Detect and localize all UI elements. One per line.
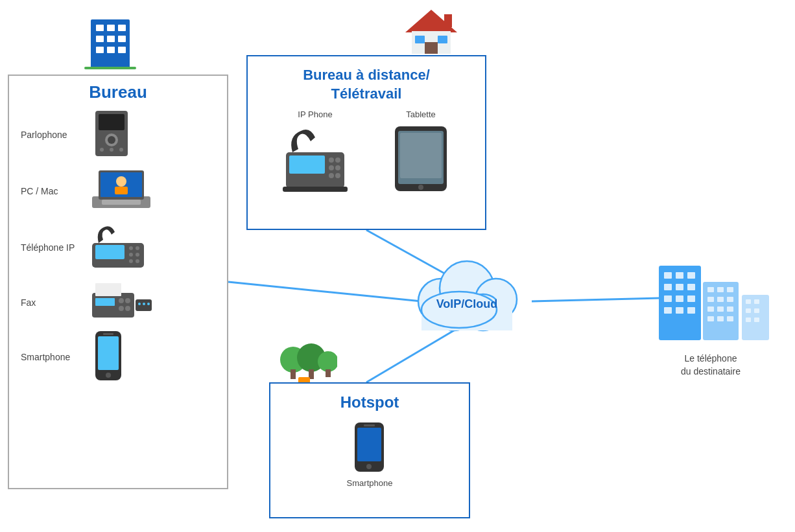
- svg-rect-121: [754, 318, 759, 322]
- svg-rect-18: [444, 14, 452, 27]
- parlophone-icon: [89, 108, 134, 162]
- hotspot-item-smartphone: Smartphone: [347, 421, 393, 488]
- remote-office-box: Bureau à distance/Télétravail IP Phone: [246, 55, 486, 230]
- svg-rect-112: [707, 316, 714, 321]
- svg-point-46: [136, 253, 139, 257]
- svg-rect-106: [707, 297, 714, 302]
- svg-point-44: [136, 246, 139, 250]
- svg-text:VoIP/Cloud: VoIP/Cloud: [436, 297, 498, 310]
- remote-item-tablette: Tablette: [392, 110, 450, 194]
- telephone-ip-label: Téléphone IP: [21, 242, 82, 253]
- recipient-area: Le téléphonedu destinataire: [646, 246, 776, 378]
- svg-rect-10: [118, 36, 126, 42]
- svg-point-62: [106, 373, 111, 378]
- svg-rect-119: [754, 308, 759, 313]
- bureau-box: Bureau Parlophone PC / Mac: [8, 75, 228, 489]
- svg-point-38: [116, 176, 126, 187]
- svg-rect-9: [107, 36, 115, 42]
- svg-point-58: [143, 303, 145, 305]
- pc-label: PC / Mac: [21, 186, 82, 196]
- svg-rect-94: [676, 284, 683, 290]
- svg-point-45: [129, 253, 133, 257]
- svg-rect-120: [746, 318, 751, 322]
- svg-rect-109: [707, 306, 714, 312]
- tablette-icon: [392, 123, 450, 194]
- svg-point-76: [418, 185, 423, 190]
- svg-rect-11: [96, 47, 104, 53]
- svg-rect-100: [676, 307, 683, 314]
- svg-rect-91: [676, 272, 683, 279]
- svg-rect-99: [664, 307, 672, 314]
- svg-point-71: [335, 173, 340, 178]
- svg-rect-108: [727, 297, 733, 302]
- svg-rect-63: [103, 333, 113, 335]
- hotspot-smartphone-label: Smartphone: [347, 478, 393, 488]
- smartphone-label: Smartphone: [21, 352, 82, 362]
- svg-rect-29: [99, 114, 125, 130]
- svg-rect-113: [717, 316, 724, 321]
- svg-rect-56: [136, 299, 152, 311]
- voip-cloud: VoIP/Cloud: [402, 253, 532, 340]
- bureau-item-parlophone: Parlophone: [21, 108, 215, 162]
- svg-rect-111: [727, 306, 733, 312]
- parlophone-label: Parlophone: [21, 130, 82, 140]
- svg-rect-78: [357, 428, 381, 461]
- svg-rect-107: [717, 297, 724, 302]
- recipient-label: Le téléphonedu destinataire: [646, 353, 776, 378]
- bureau-title: Bureau: [9, 82, 227, 102]
- svg-point-32: [100, 148, 104, 152]
- svg-point-79: [366, 464, 372, 469]
- svg-rect-104: [717, 287, 724, 292]
- svg-point-47: [129, 259, 133, 263]
- svg-rect-80: [364, 424, 375, 426]
- svg-point-70: [329, 173, 334, 178]
- telephone-ip-icon: [89, 220, 147, 275]
- svg-rect-13: [118, 47, 126, 53]
- svg-rect-40: [102, 200, 141, 205]
- svg-point-48: [136, 259, 139, 263]
- tablette-label: Tablette: [406, 110, 436, 119]
- hotspot-smartphone-icon: [351, 421, 387, 473]
- building-bureau-icon: [78, 6, 143, 74]
- remote-items: IP Phone Tablette: [248, 110, 485, 194]
- svg-rect-93: [664, 284, 672, 290]
- svg-rect-72: [283, 187, 348, 192]
- bureau-item-fax: Fax: [21, 280, 215, 325]
- svg-point-69: [335, 165, 340, 170]
- svg-rect-5: [96, 25, 104, 31]
- remote-title: Bureau à distance/Télétravail: [248, 66, 485, 103]
- hotspot-items: Smartphone: [270, 421, 469, 488]
- svg-rect-19: [415, 36, 425, 43]
- svg-rect-98: [687, 295, 695, 302]
- svg-point-68: [329, 165, 334, 170]
- svg-point-66: [329, 157, 334, 163]
- svg-rect-90: [664, 272, 672, 279]
- svg-rect-75: [400, 133, 442, 178]
- ipphone-icon: [283, 123, 348, 194]
- svg-rect-8: [96, 36, 104, 42]
- svg-point-43: [129, 246, 133, 250]
- fax-label: Fax: [21, 297, 82, 308]
- bureau-item-telephone-ip: Téléphone IP: [21, 220, 215, 275]
- svg-rect-92: [687, 272, 695, 279]
- svg-point-31: [108, 136, 115, 144]
- bureau-item-smartphone: Smartphone: [21, 330, 215, 384]
- svg-point-53: [125, 298, 130, 303]
- svg-rect-26: [326, 369, 331, 377]
- smartphone-icon: [89, 330, 128, 384]
- svg-point-52: [119, 298, 124, 303]
- svg-rect-61: [98, 336, 119, 370]
- svg-rect-117: [754, 299, 759, 304]
- svg-point-59: [147, 303, 150, 305]
- svg-rect-7: [118, 25, 126, 31]
- svg-rect-116: [746, 299, 751, 304]
- svg-rect-51: [95, 298, 115, 306]
- svg-rect-114: [727, 316, 733, 321]
- svg-rect-110: [717, 306, 724, 312]
- svg-point-34: [119, 148, 123, 152]
- svg-rect-105: [727, 287, 733, 292]
- recipient-buildings-icon: [646, 246, 776, 343]
- svg-rect-39: [115, 187, 128, 194]
- svg-rect-95: [687, 284, 695, 290]
- svg-rect-6: [107, 25, 115, 31]
